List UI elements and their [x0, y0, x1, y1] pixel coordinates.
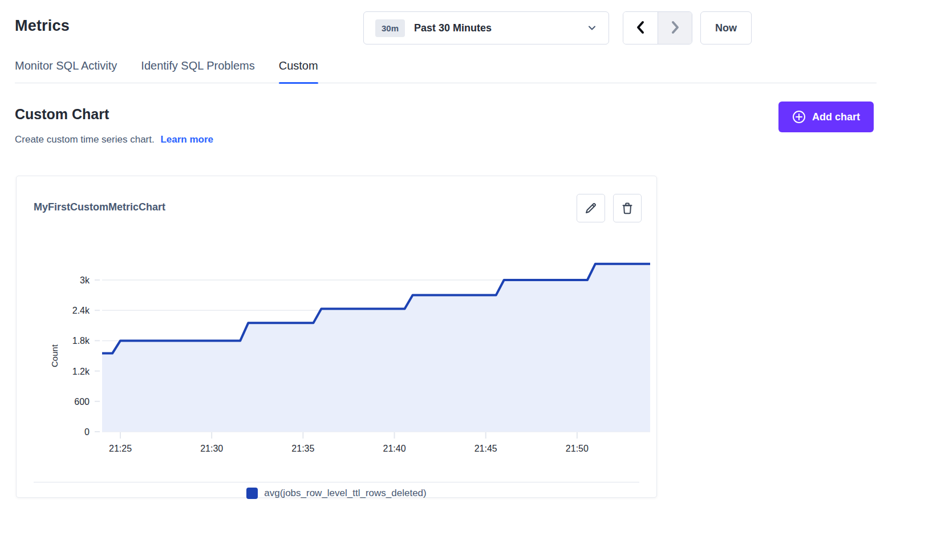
svg-text:Count: Count — [50, 344, 59, 367]
legend-series-label: avg(jobs_row_level_ttl_rows_deleted) — [264, 488, 426, 499]
chart-legend: avg(jobs_row_level_ttl_rows_deleted) — [17, 488, 656, 499]
tab-monitor-sql-activity[interactable]: Monitor SQL Activity — [15, 57, 117, 83]
svg-text:1.2k: 1.2k — [72, 367, 90, 376]
svg-text:0: 0 — [84, 427, 90, 437]
subtitle-text: Create custom time series chart. — [15, 134, 155, 145]
add-chart-label: Add chart — [812, 111, 860, 123]
learn-more-link[interactable]: Learn more — [160, 134, 213, 145]
chevron-right-icon — [669, 20, 682, 36]
card-divider — [34, 482, 639, 482]
svg-text:21:50: 21:50 — [566, 444, 589, 453]
svg-text:3k: 3k — [80, 275, 90, 285]
metrics-tabs: Monitor SQL Activity Identify SQL Proble… — [15, 57, 877, 83]
section-subtitle: Create custom time series chart. Learn m… — [15, 134, 877, 145]
chart-actions — [577, 194, 642, 222]
tab-custom[interactable]: Custom — [279, 57, 318, 83]
section-title: Custom Chart — [15, 106, 877, 123]
now-button[interactable]: Now — [700, 11, 752, 44]
previous-time-button[interactable] — [623, 12, 658, 44]
svg-text:21:25: 21:25 — [109, 444, 132, 453]
chart-card-header: MyFirstCustomMetricChart — [34, 192, 642, 228]
time-series-chart[interactable]: 06001.2k1.8k2.4k3k21:2521:3021:3521:4021… — [17, 234, 658, 462]
delete-chart-button[interactable] — [613, 194, 642, 222]
trash-icon — [620, 201, 634, 215]
page-title: Metrics — [15, 17, 70, 35]
add-chart-button[interactable]: Add chart — [778, 102, 874, 132]
chevron-down-icon — [587, 23, 597, 33]
tab-identify-sql-problems[interactable]: Identify SQL Problems — [141, 57, 254, 83]
svg-text:600: 600 — [74, 397, 90, 407]
metrics-page: Metrics 30m Past 30 Minutes — [0, 0, 941, 560]
time-controls: 30m Past 30 Minutes Now — [363, 11, 752, 44]
custom-chart-card: MyFirstCustomMetricChart 06001.2k1.8k2.4… — [16, 176, 657, 498]
svg-text:21:30: 21:30 — [200, 444, 223, 453]
svg-text:21:35: 21:35 — [291, 444, 314, 453]
time-range-badge: 30m — [375, 19, 405, 37]
custom-chart-section-head: Custom Chart Create custom time series c… — [15, 102, 877, 145]
svg-text:1.8k: 1.8k — [72, 336, 90, 346]
topbar: Metrics 30m Past 30 Minutes — [15, 10, 877, 46]
time-range-select[interactable]: 30m Past 30 Minutes — [363, 11, 609, 44]
svg-text:2.4k: 2.4k — [72, 306, 90, 315]
plus-circle-icon — [792, 110, 806, 124]
legend-swatch — [246, 488, 258, 499]
svg-text:21:40: 21:40 — [383, 444, 406, 453]
chart-title: MyFirstCustomMetricChart — [34, 201, 165, 213]
pencil-icon — [584, 201, 598, 215]
time-range-label: Past 30 Minutes — [414, 22, 587, 34]
svg-text:21:45: 21:45 — [474, 444, 497, 453]
time-step-group — [623, 11, 692, 44]
next-time-button[interactable] — [658, 12, 692, 44]
chevron-left-icon — [634, 20, 647, 36]
edit-chart-button[interactable] — [577, 194, 605, 222]
